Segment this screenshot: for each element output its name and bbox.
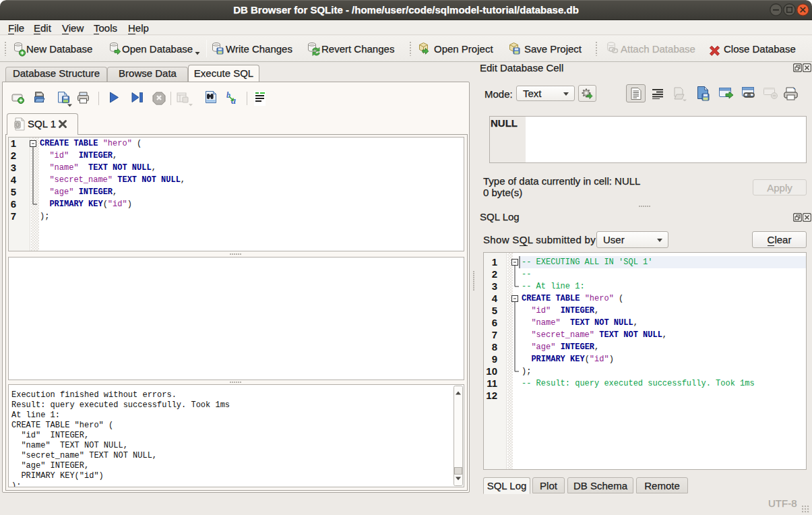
svg-text:b: b [226,90,230,100]
